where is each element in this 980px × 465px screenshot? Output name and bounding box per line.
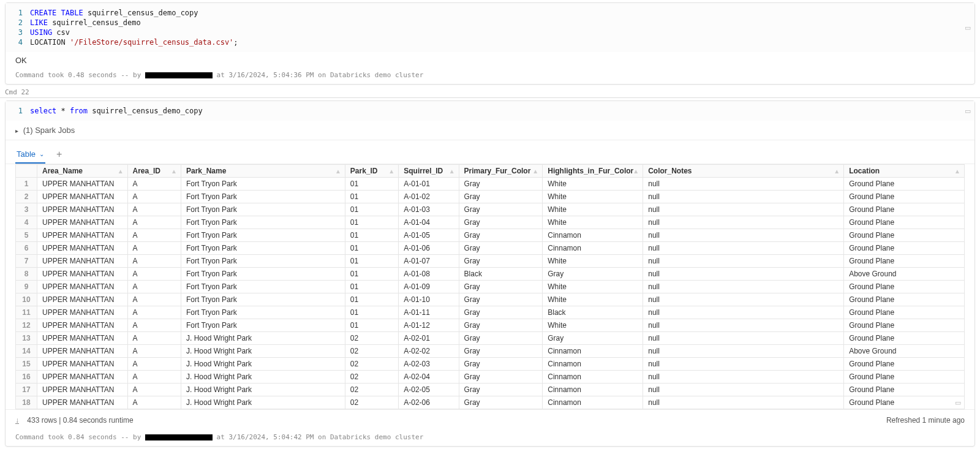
cell[interactable]: Cinnamon	[543, 384, 643, 396]
sort-icon[interactable]: ▲	[532, 168, 538, 175]
spark-jobs-toggle[interactable]: ▸ (1) Spark Jobs	[6, 121, 974, 140]
cell[interactable]: Fort Tryon Park	[181, 242, 345, 255]
cell[interactable]: null	[643, 203, 844, 216]
sort-icon[interactable]: ▲	[954, 168, 960, 175]
chevron-down-icon[interactable]: ⌄	[39, 151, 44, 157]
cell[interactable]: Gray	[459, 332, 543, 345]
cell[interactable]: A	[127, 281, 181, 293]
table-row[interactable]: 1UPPER MANHATTANAFort Tryon Park01A-01-0…	[16, 178, 965, 191]
cell[interactable]: A	[127, 203, 181, 216]
cell[interactable]: Cinnamon	[543, 371, 643, 384]
cell[interactable]: A-01-01	[399, 178, 459, 191]
cell[interactable]: Ground Plane	[844, 191, 965, 203]
cell[interactable]: A-02-02	[399, 345, 459, 358]
cell[interactable]: 01	[345, 203, 398, 216]
cell[interactable]: A	[127, 306, 181, 319]
cell[interactable]: null	[643, 268, 844, 281]
cell[interactable]: Fort Tryon Park	[181, 229, 345, 242]
cell[interactable]: A-01-12	[399, 319, 459, 332]
cell[interactable]: UPPER MANHATTAN	[37, 191, 127, 203]
cell[interactable]: Above Ground	[844, 345, 965, 358]
cell[interactable]: 01	[345, 319, 398, 332]
cell[interactable]: Gray	[459, 191, 543, 203]
cell[interactable]: Gray	[543, 332, 643, 345]
cell[interactable]: A	[127, 371, 181, 384]
cell[interactable]: UPPER MANHATTAN	[37, 293, 127, 306]
cell[interactable]: Ground Plane	[844, 281, 965, 293]
cell[interactable]: UPPER MANHATTAN	[37, 319, 127, 332]
column-header[interactable]: Area_Name▲	[37, 165, 127, 178]
cell[interactable]: Gray	[459, 255, 543, 268]
cell[interactable]: Gray	[459, 319, 543, 332]
cell[interactable]: null	[643, 384, 844, 396]
table-row[interactable]: 15UPPER MANHATTANAJ. Hood Wright Park02A…	[16, 358, 965, 371]
cell[interactable]: Black	[459, 268, 543, 281]
cell[interactable]: UPPER MANHATTAN	[37, 332, 127, 345]
cell[interactable]: White	[543, 191, 643, 203]
cell[interactable]: A	[127, 396, 181, 409]
cell[interactable]: Fort Tryon Park	[181, 178, 345, 191]
column-header[interactable]: Highlights_in_Fur_Color▲	[543, 165, 643, 178]
cell[interactable]: A	[127, 358, 181, 371]
cell[interactable]: 02	[345, 332, 398, 345]
cell[interactable]: null	[643, 332, 844, 345]
table-row[interactable]: 8UPPER MANHATTANAFort Tryon Park01A-01-0…	[16, 268, 965, 281]
cell[interactable]: A-01-06	[399, 242, 459, 255]
cell[interactable]: White	[543, 203, 643, 216]
cell[interactable]: Above Ground	[844, 268, 965, 281]
cell[interactable]: Cinnamon	[543, 242, 643, 255]
cell[interactable]: A	[127, 268, 181, 281]
cell[interactable]: null	[643, 358, 844, 371]
cell[interactable]: A	[127, 319, 181, 332]
column-header[interactable]: Area_ID▲	[127, 165, 181, 178]
cell[interactable]: Gray	[459, 178, 543, 191]
cell[interactable]: J. Hood Wright Park	[181, 332, 345, 345]
cell[interactable]: Ground Plane	[844, 332, 965, 345]
cell[interactable]: Ground Plane	[844, 229, 965, 242]
cell[interactable]: UPPER MANHATTAN	[37, 306, 127, 319]
cell[interactable]: Fort Tryon Park	[181, 203, 345, 216]
cell[interactable]: White	[543, 255, 643, 268]
cell[interactable]: A	[127, 242, 181, 255]
cell[interactable]: Ground Plane	[844, 203, 965, 216]
sort-icon[interactable]: ▲	[335, 168, 341, 175]
cell[interactable]: 02	[345, 345, 398, 358]
sort-icon[interactable]: ▲	[834, 168, 840, 175]
collapse-handle-icon[interactable]: ▭	[965, 24, 971, 32]
cell[interactable]: Gray	[459, 293, 543, 306]
collapse-handle-icon[interactable]: ▭	[965, 107, 971, 115]
cell[interactable]: J. Hood Wright Park	[181, 396, 345, 409]
sort-icon[interactable]: ▲	[118, 168, 124, 175]
cell[interactable]: 01	[345, 281, 398, 293]
cell[interactable]: 01	[345, 229, 398, 242]
table-row[interactable]: 3UPPER MANHATTANAFort Tryon Park01A-01-0…	[16, 203, 965, 216]
column-header[interactable]: Location▲	[844, 165, 965, 178]
cell[interactable]: Gray	[459, 306, 543, 319]
add-tab-button[interactable]: +	[53, 145, 66, 164]
cell[interactable]: Ground Plane	[844, 384, 965, 396]
cell[interactable]: Cinnamon	[543, 229, 643, 242]
cell[interactable]: White	[543, 216, 643, 229]
cell[interactable]: Gray	[459, 216, 543, 229]
cell[interactable]: A-02-04	[399, 371, 459, 384]
cell[interactable]: Ground Plane	[844, 306, 965, 319]
cell[interactable]: Gray	[543, 268, 643, 281]
cell[interactable]: Ground Plane	[844, 358, 965, 371]
cell[interactable]: A-01-04	[399, 216, 459, 229]
cell[interactable]: 01	[345, 306, 398, 319]
cell[interactable]: A	[127, 332, 181, 345]
table-row[interactable]: 5UPPER MANHATTANAFort Tryon Park01A-01-0…	[16, 229, 965, 242]
cell[interactable]: J. Hood Wright Park	[181, 358, 345, 371]
cell[interactable]: null	[643, 229, 844, 242]
table-row[interactable]: 16UPPER MANHATTANAJ. Hood Wright Park02A…	[16, 371, 965, 384]
cell[interactable]: null	[643, 319, 844, 332]
cell[interactable]: Ground Plane	[844, 178, 965, 191]
sort-icon[interactable]: ▲	[388, 168, 394, 175]
table-row[interactable]: 10UPPER MANHATTANAFort Tryon Park01A-01-…	[16, 293, 965, 306]
column-header[interactable]: Primary_Fur_Color▲	[459, 165, 543, 178]
column-header[interactable]: Park_ID▲	[345, 165, 398, 178]
cell[interactable]: UPPER MANHATTAN	[37, 178, 127, 191]
cell[interactable]: Gray	[459, 242, 543, 255]
cell[interactable]: UPPER MANHATTAN	[37, 216, 127, 229]
cell[interactable]: UPPER MANHATTAN	[37, 371, 127, 384]
